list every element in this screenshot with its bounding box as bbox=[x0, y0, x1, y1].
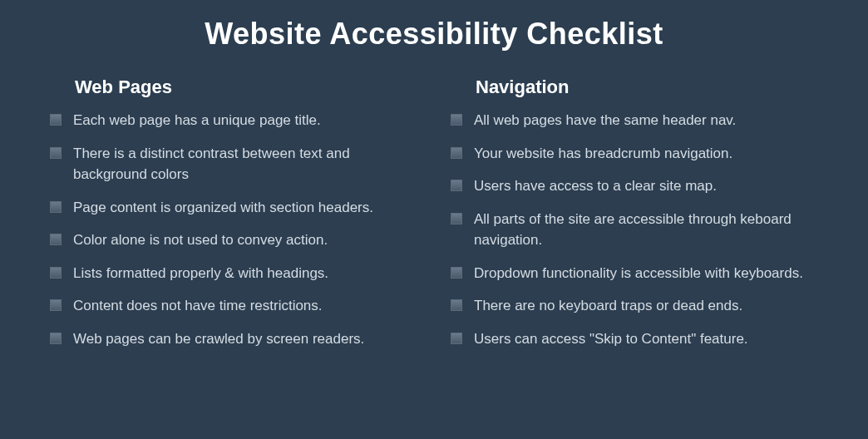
item-text: Color alone is not used to convey action… bbox=[73, 229, 417, 251]
item-text: Each web page has a unique page title. bbox=[73, 110, 417, 131]
list-item: Your website has breadcrumb navigation. bbox=[451, 143, 818, 165]
checkbox-icon[interactable] bbox=[451, 299, 462, 311]
item-text: All web pages have the same header nav. bbox=[474, 110, 818, 131]
checklist-navigation: All web pages have the same header nav. … bbox=[451, 110, 818, 349]
list-item: There is a distinct contrast between tex… bbox=[50, 143, 417, 185]
item-text: All parts of the site are accessible thr… bbox=[474, 209, 818, 251]
list-item: All web pages have the same header nav. bbox=[451, 110, 818, 131]
checkbox-icon[interactable] bbox=[50, 201, 62, 213]
checkbox-icon[interactable] bbox=[50, 147, 62, 159]
item-text: There are no keyboard traps or dead ends… bbox=[474, 295, 818, 317]
list-item: Web pages can be crawled by screen reade… bbox=[50, 328, 417, 350]
item-text: Users can access "Skip to Content" featu… bbox=[474, 328, 818, 350]
list-item: Users have access to a clear site map. bbox=[451, 175, 818, 197]
item-text: Web pages can be crawled by screen reade… bbox=[73, 328, 417, 350]
checkbox-icon[interactable] bbox=[451, 114, 462, 126]
list-item: Page content is organized with section h… bbox=[50, 197, 417, 219]
checkbox-icon[interactable] bbox=[451, 180, 462, 191]
list-item: Lists formatted properly & with headings… bbox=[50, 263, 417, 284]
list-item: Color alone is not used to convey action… bbox=[50, 229, 417, 251]
columns-container: Web Pages Each web page has a unique pag… bbox=[50, 76, 818, 361]
checkbox-icon[interactable] bbox=[50, 234, 62, 245]
checkbox-icon[interactable] bbox=[451, 213, 462, 224]
checkbox-icon[interactable] bbox=[451, 147, 462, 159]
item-text: Page content is organized with section h… bbox=[73, 197, 417, 219]
section-heading-web-pages: Web Pages bbox=[75, 76, 417, 98]
list-item: Each web page has a unique page title. bbox=[50, 110, 417, 131]
item-text: Lists formatted properly & with headings… bbox=[73, 263, 417, 284]
item-text: Users have access to a clear site map. bbox=[474, 175, 818, 197]
page-title: Website Accessibility Checklist bbox=[50, 17, 818, 52]
list-item: There are no keyboard traps or dead ends… bbox=[451, 295, 818, 317]
checkbox-icon[interactable] bbox=[50, 267, 62, 279]
list-item: Dropdown functionality is accessible wit… bbox=[451, 263, 818, 284]
item-text: There is a distinct contrast between tex… bbox=[73, 143, 417, 185]
item-text: Your website has breadcrumb navigation. bbox=[474, 143, 818, 165]
checkbox-icon[interactable] bbox=[50, 333, 62, 344]
checkbox-icon[interactable] bbox=[50, 299, 62, 311]
list-item: Users can access "Skip to Content" featu… bbox=[451, 328, 818, 350]
column-navigation: Navigation All web pages have the same h… bbox=[451, 76, 818, 361]
checkbox-icon[interactable] bbox=[451, 267, 462, 279]
list-item: Content does not have time restrictions. bbox=[50, 295, 417, 317]
list-item: All parts of the site are accessible thr… bbox=[451, 209, 818, 251]
checkbox-icon[interactable] bbox=[451, 333, 462, 344]
item-text: Content does not have time restrictions. bbox=[73, 295, 417, 317]
item-text: Dropdown functionality is accessible wit… bbox=[474, 263, 818, 284]
column-web-pages: Web Pages Each web page has a unique pag… bbox=[50, 76, 417, 361]
checkbox-icon[interactable] bbox=[50, 114, 62, 126]
checklist-web-pages: Each web page has a unique page title. T… bbox=[50, 110, 417, 349]
section-heading-navigation: Navigation bbox=[476, 76, 818, 98]
